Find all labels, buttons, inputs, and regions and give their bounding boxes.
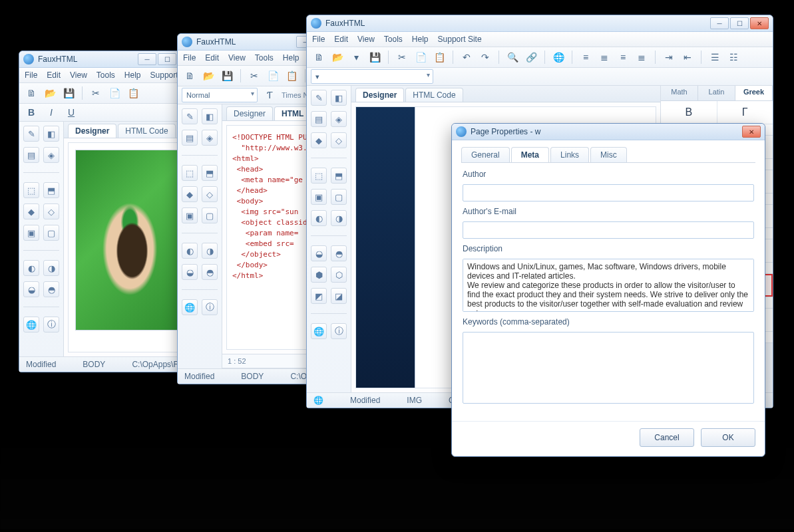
tool-icon[interactable]: ◐ — [23, 260, 39, 276]
dialog-tab-misc[interactable]: Misc — [590, 147, 627, 162]
tool-icon[interactable]: ◓ — [202, 264, 218, 280]
browser-icon[interactable]: 🌐 — [311, 323, 327, 339]
tool-icon[interactable]: ◆ — [182, 186, 198, 202]
tool-icon[interactable]: ⬡ — [331, 267, 347, 283]
tool-icon[interactable]: ◐ — [182, 243, 198, 259]
tool-icon[interactable]: ◈ — [43, 147, 59, 163]
menu-help[interactable]: Help — [124, 70, 141, 80]
menu-file[interactable]: File — [183, 53, 196, 63]
dialog-close-button[interactable]: ✕ — [742, 126, 761, 138]
dialog-tab-links[interactable]: Links — [550, 147, 589, 162]
browser-icon[interactable]: 🌐 — [182, 299, 198, 315]
tool-icon[interactable]: ◒ — [182, 264, 198, 280]
align-center-icon[interactable]: ≣ — [596, 49, 612, 65]
titlebar[interactable]: FauxHTML ─ ☐ ✕ — [19, 51, 200, 68]
tool-icon[interactable]: ◑ — [202, 243, 218, 259]
cut-icon[interactable]: ✂ — [88, 85, 104, 101]
copy-icon[interactable]: 📄 — [106, 85, 122, 101]
style-combo[interactable]: Normal — [182, 88, 258, 102]
tool-icon[interactable]: ◑ — [43, 260, 59, 276]
tool-icon[interactable]: ✎ — [23, 126, 39, 142]
cut-icon[interactable]: ✂ — [394, 49, 410, 65]
tool-icon[interactable]: ◓ — [43, 281, 59, 297]
save-icon[interactable]: 💾 — [61, 85, 77, 101]
tool-icon[interactable]: ▢ — [43, 225, 59, 241]
menu-tools[interactable]: Tools — [255, 53, 274, 63]
tool-icon[interactable]: ◇ — [202, 186, 218, 202]
outdent-icon[interactable]: ⇤ — [680, 49, 695, 65]
align-left-icon[interactable]: ≡ — [578, 49, 594, 65]
tool-icon[interactable]: ⬒ — [331, 168, 347, 184]
open-icon[interactable]: 📂 — [42, 85, 58, 101]
link-icon[interactable]: 🔗 — [523, 49, 539, 65]
tool-icon[interactable]: ◒ — [23, 281, 39, 297]
menu-file[interactable]: File — [25, 70, 37, 80]
description-textarea[interactable]: Windows and Unix/Linux, games, Mac softw… — [463, 259, 754, 312]
minimize-button[interactable]: ─ — [710, 17, 729, 29]
tool-icon[interactable]: ◧ — [202, 108, 218, 124]
tool-icon[interactable]: ◇ — [331, 132, 347, 148]
titlebar[interactable]: FauxHTML ─ ☐ ✕ — [307, 15, 773, 32]
maximize-button[interactable]: ☐ — [730, 17, 749, 29]
tool-icon[interactable]: ⬚ — [23, 182, 39, 198]
tool-icon[interactable]: ▤ — [311, 111, 327, 127]
tool-icon[interactable]: ▣ — [182, 207, 198, 223]
style-combo[interactable]: ▾ — [311, 69, 433, 84]
tool-icon[interactable]: ▤ — [23, 147, 39, 163]
menu-tools[interactable]: Tools — [97, 70, 115, 80]
tool-icon[interactable]: ◓ — [331, 245, 347, 261]
charmap-cell[interactable]: Β — [661, 101, 717, 124]
tool-icon[interactable]: ◪ — [331, 288, 347, 304]
tool-icon[interactable]: ◒ — [311, 245, 327, 261]
tool-icon[interactable]: ◧ — [331, 90, 347, 106]
tool-icon[interactable]: ⬚ — [182, 165, 198, 181]
paste-icon[interactable]: 📋 — [431, 49, 447, 65]
menu-edit[interactable]: Edit — [47, 70, 61, 80]
menu-help[interactable]: Help — [283, 53, 299, 63]
tool-icon[interactable]: ◆ — [23, 203, 39, 219]
tool-icon[interactable]: ▤ — [182, 130, 198, 146]
tool-icon[interactable]: ⬚ — [311, 168, 327, 184]
image-placeholder[interactable] — [75, 150, 189, 331]
new-file-icon[interactable]: 🗎 — [311, 49, 327, 65]
charmap-cell[interactable]: Γ — [717, 101, 773, 124]
tab-designer[interactable]: Designer — [226, 106, 273, 120]
tool-icon[interactable]: ◈ — [202, 130, 218, 146]
list-icon[interactable]: ☰ — [707, 49, 723, 65]
find-icon[interactable]: 🔍 — [504, 49, 520, 65]
tab-designer[interactable]: Designer — [355, 88, 404, 102]
menu-support[interactable]: Support Site — [438, 35, 482, 44]
align-right-icon[interactable]: ≡ — [615, 49, 631, 65]
underline-icon[interactable]: U — [63, 104, 79, 120]
new-file-icon[interactable]: 🗎 — [182, 68, 198, 84]
tool-icon[interactable]: ◧ — [43, 126, 59, 142]
tool-icon[interactable]: ▢ — [202, 207, 218, 223]
menu-view[interactable]: View — [70, 70, 87, 80]
maximize-button[interactable]: ☐ — [158, 53, 176, 65]
charset-tab-greek[interactable]: Greek — [735, 86, 773, 100]
tab-designer[interactable]: Designer — [68, 124, 116, 138]
dialog-tab-general[interactable]: General — [461, 147, 510, 162]
open-icon[interactable]: 📂 — [200, 68, 216, 84]
dialog-tab-meta[interactable]: Meta — [511, 147, 549, 162]
world-icon[interactable]: 🌐 — [550, 49, 566, 65]
tool-icon[interactable]: ▣ — [311, 189, 327, 205]
author-input[interactable] — [463, 184, 754, 201]
info-icon[interactable]: ⓘ — [202, 299, 218, 315]
menu-tools[interactable]: Tools — [384, 35, 403, 44]
tool-icon[interactable]: ◇ — [43, 203, 59, 219]
browser-icon[interactable]: 🌐 — [23, 317, 39, 332]
tool-icon[interactable]: ▢ — [331, 189, 347, 205]
ok-button[interactable]: OK — [701, 428, 755, 447]
menu-edit[interactable]: Edit — [334, 35, 348, 44]
menu-view[interactable]: View — [357, 35, 375, 44]
paste-icon[interactable]: 📋 — [125, 85, 141, 101]
align-justify-icon[interactable]: ≣ — [634, 49, 650, 65]
list-icon[interactable]: ☷ — [725, 49, 741, 65]
save-icon[interactable]: 💾 — [367, 49, 383, 65]
undo-icon[interactable]: ↶ — [459, 49, 475, 65]
tool-icon[interactable]: ▣ — [23, 225, 39, 241]
redo-icon[interactable]: ↷ — [477, 49, 493, 65]
tool-icon[interactable]: ◩ — [311, 288, 327, 304]
email-input[interactable] — [463, 221, 754, 239]
